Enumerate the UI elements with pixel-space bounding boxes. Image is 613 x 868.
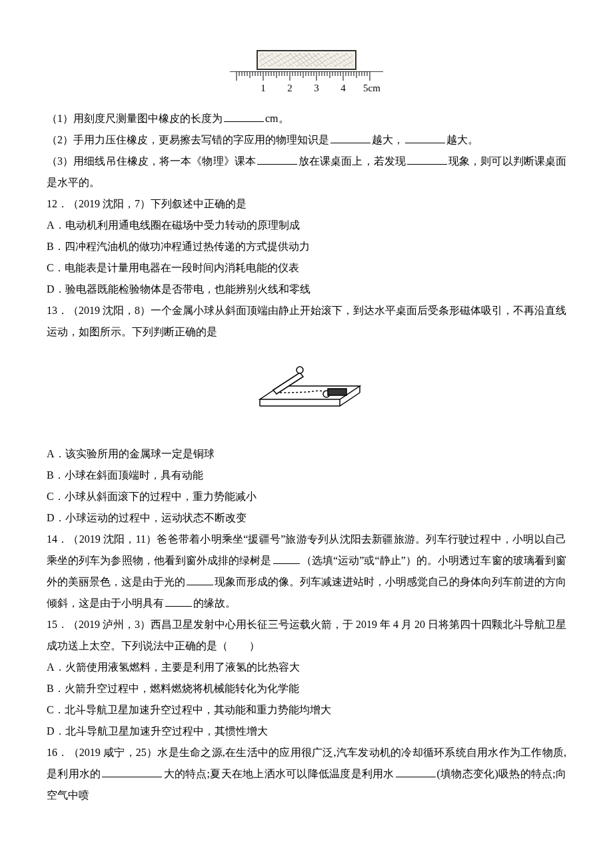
q14-text-d: 的缘故。 <box>193 597 236 609</box>
q13-option-c: C．小球从斜面滚下的过程中，重力势能减小 <box>47 486 566 507</box>
q11-part2: （2）手用力压住橡皮，更易擦去写错的字应用的物理知识是越大，越大。 <box>47 129 566 151</box>
q16: 16．（2019 咸宁，25）水是生命之源,在生活中的应用很广泛,汽车发动机的冷… <box>47 742 566 806</box>
blank[interactable] <box>396 767 436 777</box>
blank[interactable] <box>273 553 300 564</box>
blank[interactable] <box>102 767 162 777</box>
q16-text-b: 大的特点;夏天在地上洒水可以降低温度是利用水 <box>163 768 394 779</box>
q11-p2-text-b: 越大， <box>372 134 404 145</box>
q13-option-a: A．该实验所用的金属球一定是铜球 <box>47 443 566 465</box>
blank[interactable] <box>257 154 297 165</box>
q11-p3-text-a: （3）用细线吊住橡皮，将一本《物理》课本 <box>47 155 256 167</box>
ruler-label-2: 2 <box>287 83 293 93</box>
q15-option-c: C．北斗导航卫星加速升空过程中，其动能和重力势能均增大 <box>47 699 566 721</box>
ruler-label-1: 1 <box>261 83 266 93</box>
q11-p3-text-b: 放在课桌面上，若发现 <box>299 155 406 167</box>
q12-stem: 12．（2019 沈阳，7）下列叙述中正确的是 <box>47 193 566 215</box>
q11-p2-text-a: （2）手用力压住橡皮，更易擦去写错的字应用的物理知识是 <box>47 134 329 145</box>
blank[interactable] <box>224 111 264 122</box>
q12-option-b: B．四冲程汽油机的做功冲程通过热传递的方式提供动力 <box>47 236 566 257</box>
q13-stem: 13．（2019 沈阳，8）一个金属小球从斜面顶端由静止开始滚下，到达水平桌面后… <box>47 300 566 343</box>
ruler-label-5: 5cm <box>363 83 380 93</box>
q11-part3: （3）用细线吊住橡皮，将一本《物理》课本放在课桌面上，若发现现象，则可以判断课桌… <box>47 151 566 193</box>
ruler-label-3: 3 <box>314 83 319 93</box>
q11-part1: （1）用刻度尺测量图中橡皮的长度为cm。 <box>47 108 566 129</box>
q11-p1-text-a: （1）用刻度尺测量图中橡皮的长度为 <box>47 113 223 124</box>
q12-option-d: D．验电器既能检验物体是否带电，也能辨别火线和零线 <box>47 279 566 300</box>
q13-option-d: D．小球运动的过程中，运动状态不断改变 <box>47 507 566 529</box>
ruler-scale: 1 2 3 4 5cm <box>230 71 383 98</box>
q12-option-c: C．电能表是计量用电器在一段时间内消耗电能的仪表 <box>47 257 566 279</box>
blank[interactable] <box>405 133 445 143</box>
eraser-graphic <box>257 50 356 70</box>
blank[interactable] <box>187 575 213 585</box>
q15-option-d: D．北斗导航卫星加速升空过程中，其惯性增大 <box>47 721 566 742</box>
svg-point-55 <box>297 367 303 373</box>
q13-figure <box>47 353 566 433</box>
ruler-label-4: 4 <box>340 83 346 93</box>
q13-option-b: B．小球在斜面顶端时，具有动能 <box>47 465 566 486</box>
q15-option-a: A．火箭使用液氢燃料，主要是利用了液氢的比热容大 <box>47 657 566 678</box>
blank[interactable] <box>330 133 370 143</box>
q15-option-b: B．火箭升空过程中，燃料燃烧将机械能转化为化学能 <box>47 678 566 699</box>
blank[interactable] <box>407 154 447 165</box>
q14: 14．（2019 沈阳，11）爸爸带着小明乘坐“援疆号”旅游专列从沈阳去新疆旅游… <box>47 529 566 614</box>
q11-p2-text-c: 越大。 <box>446 134 478 145</box>
q11-p1-text-b: cm。 <box>265 113 289 124</box>
ruler-figure: 1 2 3 4 5cm <box>47 50 566 98</box>
q15-stem: 15．（2019 泸州，3）西昌卫星发射中心用长征三号运载火箭，于 2019 年… <box>47 614 566 657</box>
q12-option-a: A．电动机利用通电线圈在磁场中受力转动的原理制成 <box>47 215 566 236</box>
table-magnet-diagram <box>240 353 373 426</box>
blank[interactable] <box>165 596 192 607</box>
svg-rect-57 <box>328 389 346 395</box>
